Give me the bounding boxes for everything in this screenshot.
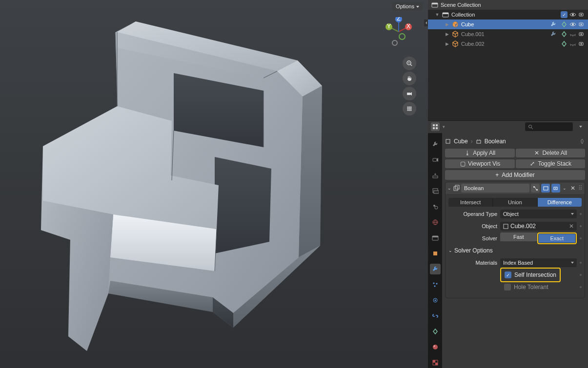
drag-handle-icon[interactable]: ⠿ <box>578 185 583 192</box>
keyframe-dot[interactable] <box>580 237 582 239</box>
visibility-hidden-icon[interactable] <box>569 40 576 47</box>
apply-all-button[interactable]: ⭳Apply All <box>445 149 515 157</box>
outliner-collection[interactable]: ▼ Collection ✓ <box>428 10 588 19</box>
filter-dropdown[interactable] <box>576 122 585 131</box>
modifier-properties-panel: Cube › Boolean ⭳Apply All ✕Delete All ▢V… <box>442 133 588 368</box>
expand-toggle[interactable]: ▶ <box>445 22 449 27</box>
tab-object[interactable] <box>430 248 441 259</box>
object-picker[interactable]: Cube.002 ✕ <box>500 222 577 231</box>
mode-union[interactable]: Union <box>492 198 537 207</box>
solver-options-header[interactable]: ⌄ Solver Options <box>448 246 582 255</box>
tab-data[interactable] <box>430 326 441 337</box>
outliner[interactable]: Scene Collection ▼ Collection ✓ ▶ Cube <box>428 0 588 120</box>
tab-collection[interactable] <box>430 232 441 243</box>
close-modifier[interactable]: ✕ <box>569 185 577 192</box>
pin-icon[interactable] <box>579 138 585 144</box>
wrench-icon[interactable] <box>550 31 557 38</box>
mesh-icon <box>451 40 459 48</box>
svg-rect-66 <box>533 186 535 188</box>
mode-difference[interactable]: Difference <box>537 198 582 207</box>
tab-render[interactable] <box>430 155 441 165</box>
outliner-item-cube002[interactable]: ▶ Cube.002 <box>428 39 588 49</box>
svg-point-53 <box>436 283 437 285</box>
visibility-icon[interactable] <box>569 11 576 18</box>
svg-rect-72 <box>504 224 508 229</box>
expand-toggle[interactable]: ▼ <box>435 12 440 17</box>
render-icon[interactable] <box>578 21 585 28</box>
keyframe-dot[interactable] <box>580 262 582 264</box>
solver-exact[interactable]: Exact <box>539 234 576 243</box>
expand-toggle[interactable]: ▶ <box>445 41 449 46</box>
tab-modifiers[interactable] <box>430 264 441 274</box>
svg-rect-65 <box>455 185 459 189</box>
add-modifier-button[interactable]: +Add Modifier <box>445 170 585 180</box>
tab-material[interactable] <box>430 342 441 352</box>
wrench-icon[interactable] <box>550 21 557 28</box>
materials-dropdown[interactable]: Index Based <box>500 258 577 267</box>
outliner-item-cube001[interactable]: ▶ Cube.001 <box>428 29 588 39</box>
collapse-toggle[interactable]: ⌄ <box>447 186 451 191</box>
show-viewport-toggle[interactable] <box>541 184 550 193</box>
clear-object[interactable]: ✕ <box>569 223 574 230</box>
mesh-icon <box>451 30 459 38</box>
show-render-toggle[interactable] <box>551 184 560 193</box>
collection-exclude-checkbox[interactable]: ✓ <box>561 11 568 18</box>
properties-search[interactable] <box>525 122 573 132</box>
svg-rect-45 <box>434 191 439 194</box>
svg-line-33 <box>575 45 575 46</box>
tab-viewlayer[interactable] <box>430 186 441 196</box>
right-panel: Scene Collection ▼ Collection ✓ ▶ Cube <box>428 0 588 368</box>
properties-editor-type[interactable] <box>431 122 440 131</box>
solver-fast[interactable]: Fast <box>500 232 537 241</box>
expand-toggle[interactable]: ▶ <box>445 32 449 37</box>
svg-point-54 <box>434 286 435 287</box>
svg-rect-51 <box>433 252 437 255</box>
tab-particles[interactable] <box>430 279 441 290</box>
tab-tool[interactable] <box>430 139 441 150</box>
solver-toggle[interactable]: Fast Exact <box>500 232 577 244</box>
render-icon[interactable] <box>578 11 585 18</box>
delete-all-button[interactable]: ✕Delete All <box>516 149 586 157</box>
tab-output[interactable] <box>430 170 441 181</box>
boolean-mode-toggle[interactable]: Intersect Union Difference <box>448 198 582 207</box>
render-icon[interactable] <box>578 40 585 47</box>
outliner-scene-collection[interactable]: Scene Collection <box>428 0 588 10</box>
operand-type-dropdown[interactable]: Object <box>500 210 577 218</box>
breadcrumb-modifier[interactable]: Boolean <box>485 138 506 145</box>
use-nodes-toggle[interactable] <box>531 184 540 193</box>
verts-icon[interactable] <box>561 40 568 47</box>
tab-constraints[interactable] <box>430 310 441 321</box>
tab-physics[interactable] <box>430 295 441 306</box>
svg-point-52 <box>433 283 434 284</box>
tab-texture[interactable] <box>430 357 441 368</box>
keyframe-dot[interactable] <box>580 274 582 276</box>
modifier-name-field[interactable]: Boolean <box>461 184 529 193</box>
keyframe-dot[interactable] <box>580 225 582 227</box>
keyframe-dot[interactable] <box>580 213 582 215</box>
svg-rect-19 <box>443 13 448 14</box>
tab-world[interactable] <box>430 217 441 228</box>
mode-intersect[interactable]: Intersect <box>448 198 492 207</box>
svg-line-41 <box>531 128 533 129</box>
viewport-vis-button[interactable]: ▢Viewport Vis <box>445 159 515 168</box>
breadcrumb-object[interactable]: Cube <box>454 138 468 145</box>
toggle-stack-button[interactable]: ⤢Toggle Stack <box>516 159 586 168</box>
viewport-3d[interactable]: Options X Y Z <box>0 0 428 368</box>
visibility-hidden-icon[interactable] <box>569 31 576 38</box>
self-intersection-checkbox[interactable]: ✓ <box>505 271 511 278</box>
verts-icon[interactable] <box>561 31 568 38</box>
hole-tolerant-checkbox[interactable] <box>504 284 511 291</box>
visibility-icon[interactable] <box>569 21 576 28</box>
scene-collection-icon <box>431 1 439 9</box>
extras-dropdown[interactable]: ⌄ <box>562 186 568 191</box>
svg-point-46 <box>433 205 435 207</box>
svg-rect-62 <box>446 139 450 143</box>
collection-label: Collection <box>451 12 559 18</box>
render-icon[interactable] <box>578 31 585 38</box>
verts-icon[interactable] <box>561 21 568 28</box>
keyframe-dot[interactable] <box>580 286 582 288</box>
solver-label: Solver <box>448 235 497 241</box>
outliner-item-cube[interactable]: ▶ Cube <box>428 19 588 29</box>
svg-line-68 <box>535 187 536 190</box>
tab-scene[interactable] <box>430 201 441 212</box>
